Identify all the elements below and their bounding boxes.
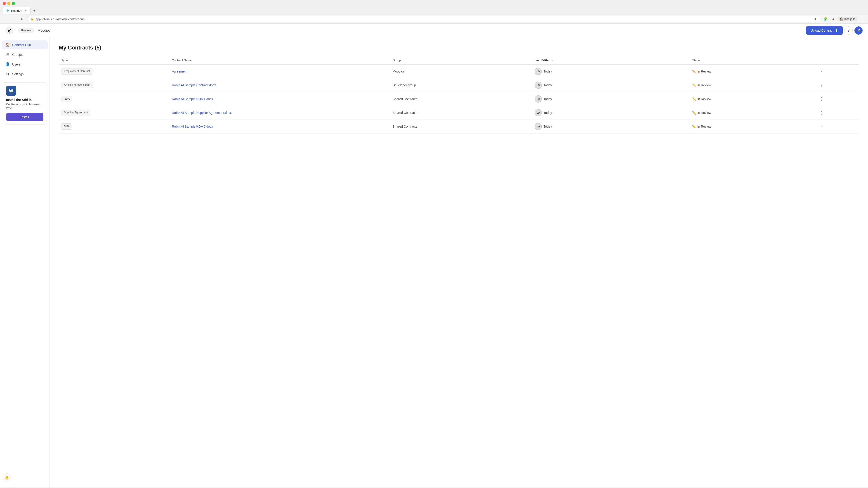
main-panel: My Contracts (5) Type Contract Name Grou… [50, 37, 868, 487]
cell-edited-2: LD Today [532, 92, 690, 106]
window-maximize-button[interactable] [12, 2, 15, 5]
col-header-last-edited[interactable]: Last Edited ↑ [532, 56, 690, 64]
cell-name-3: Robin AI Sample Supplier Agreement.docx [169, 106, 390, 120]
browser-tab[interactable]: 🐦 Robin AI × [3, 7, 31, 14]
cell-name-1: Robin AI Sample Contract.docx [169, 78, 390, 92]
cell-group-2: Shared Contracts [390, 92, 532, 106]
table-row: Supplier Agreement Robin AI Sample Suppl… [59, 106, 859, 120]
cell-stage-2: ✏️ In Review [689, 92, 815, 106]
cell-stage-3: ✏️ In Review [689, 106, 815, 120]
cell-edited-3: LD Today [532, 106, 690, 120]
sidebar-item-settings[interactable]: ⚙ Settings [2, 70, 48, 78]
tab-favicon: 🐦 [6, 9, 10, 12]
row-avatar-2: LD [535, 95, 542, 103]
forward-button[interactable]: → [11, 16, 17, 22]
addin-card: W Install the Add-in Get Reports within … [3, 83, 47, 125]
table-row: NDA Robin AI Sample NDA 1.docx Shared Co… [59, 92, 859, 106]
notification-icon: 🔔 [4, 475, 9, 480]
row-avatar-3: LD [535, 109, 542, 116]
app-logo [5, 26, 13, 35]
address-bar[interactable]: 🔒 app.robinai.co.uk/review/contract-hub … [27, 16, 820, 22]
tab-close-button[interactable]: × [24, 9, 27, 12]
addin-title: Install the Add-in [6, 98, 43, 102]
upload-icon: ⬆ [835, 28, 838, 33]
group-name-0: Moodjoy [393, 70, 405, 73]
type-badge-1: Articles of Association [61, 82, 93, 88]
contract-link-4[interactable]: Robin AI Sample NDA 2.docx [172, 125, 213, 128]
cell-actions-2: ⋮ [815, 92, 859, 106]
contract-link-1[interactable]: Robin AI Sample Contract.docx [172, 84, 216, 87]
home-icon: 🏠 [5, 43, 10, 47]
edit-icon-4: ✏️ [692, 125, 696, 128]
svg-point-1 [10, 29, 11, 30]
upload-label: Upload Contract [811, 29, 833, 32]
row-more-button-2[interactable]: ⋮ [818, 96, 825, 102]
type-badge-0: Employment Contract [61, 68, 92, 74]
contracts-table: Type Contract Name Group Last Edited ↑ [59, 56, 859, 133]
sidebar-item-groups[interactable]: ⊞ Groups [2, 50, 48, 59]
notification-button[interactable]: 🔔 [3, 473, 11, 482]
row-more-button-0[interactable]: ⋮ [818, 69, 825, 74]
last-edited-text-3: Today [544, 111, 552, 115]
cell-edited-1: LD Today [532, 78, 690, 92]
address-text: app.robinai.co.uk/review/contract-hub [36, 18, 812, 21]
cell-type-0: Employment Contract [59, 64, 169, 78]
edit-icon-0: ✏️ [692, 70, 696, 73]
cell-name-2: Robin AI Sample NDA 1.docx [169, 92, 390, 106]
stage-label-2: In Review [698, 97, 711, 101]
col-header-group: Group [390, 56, 532, 64]
back-button[interactable]: ← [3, 16, 9, 22]
incognito-label: Incognito [844, 18, 855, 21]
cell-actions-0: ⋮ [815, 64, 859, 78]
review-label: Review [21, 29, 31, 32]
help-button[interactable]: ? [844, 26, 852, 35]
stage-label-4: In Review [698, 125, 711, 128]
bookmark-icon[interactable]: ★ [814, 17, 817, 21]
refresh-button[interactable]: ↻ [19, 16, 25, 22]
last-edited-text-2: Today [544, 97, 552, 101]
robin-logo-icon [5, 26, 13, 35]
cell-actions-1: ⋮ [815, 78, 859, 92]
cell-type-4: NDA [59, 120, 169, 133]
group-name-1: Developer group [393, 84, 416, 87]
cell-group-1: Developer group [390, 78, 532, 92]
row-more-button-1[interactable]: ⋮ [818, 83, 825, 88]
review-tab[interactable]: Review [18, 28, 34, 33]
cell-actions-4: ⋮ [815, 120, 859, 133]
browser-more-button[interactable]: ⋮ [859, 16, 865, 22]
sidebar: 🏠 Contract Hub ⊞ Groups 👤 Users ⚙ Settin… [0, 37, 50, 487]
settings-icon: ⚙ [5, 72, 10, 76]
upload-contract-button[interactable]: Upload Contract ⬆ [806, 26, 843, 35]
cell-edited-4: LD Today [532, 120, 690, 133]
sidebar-item-label: Contract Hub [12, 43, 31, 47]
contract-link-3[interactable]: Robin AI Sample Supplier Agreement.docx [172, 111, 232, 115]
sidebar-item-users[interactable]: 👤 Users [2, 60, 48, 69]
extensions-button[interactable]: 🧩 [822, 16, 829, 22]
cell-edited-0: LD Today [532, 64, 690, 78]
cell-name-0: Agreement [169, 64, 390, 78]
edit-icon-2: ✏️ [692, 97, 696, 101]
incognito-icon: 🕵 [840, 18, 843, 21]
contract-link-0[interactable]: Agreement [172, 70, 187, 73]
row-more-button-4[interactable]: ⋮ [818, 124, 825, 129]
sidebar-item-label: Users [12, 63, 21, 66]
table-row: Articles of Association Robin AI Sample … [59, 78, 859, 92]
sidebar-item-contract-hub[interactable]: 🏠 Contract Hub [2, 40, 48, 49]
col-header-name: Contract Name [169, 56, 390, 64]
new-tab-button[interactable]: + [31, 8, 37, 13]
user-avatar[interactable]: LD [855, 26, 863, 35]
workspace-name: Moodjoy [38, 29, 51, 32]
window-close-button[interactable] [3, 2, 6, 5]
row-avatar-0: LD [535, 68, 542, 75]
table-row: Employment Contract Agreement Moodjoy LD… [59, 64, 859, 78]
contract-link-2[interactable]: Robin AI Sample NDA 1.docx [172, 97, 213, 101]
cell-actions-3: ⋮ [815, 106, 859, 120]
tab-label: Robin AI [11, 9, 22, 12]
download-button[interactable]: ⬇ [830, 16, 836, 22]
install-addin-button[interactable]: Install [6, 113, 43, 121]
stage-label-3: In Review [698, 111, 711, 115]
group-name-4: Shared Contracts [393, 125, 417, 128]
window-minimize-button[interactable] [7, 2, 10, 5]
row-more-button-3[interactable]: ⋮ [818, 110, 825, 116]
group-name-3: Shared Contracts [393, 111, 417, 115]
